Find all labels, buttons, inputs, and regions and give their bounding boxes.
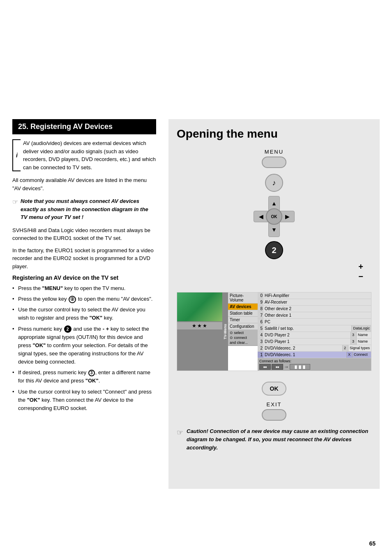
arrow-connector: → [284, 364, 289, 370]
menu-label-text: MENU [265, 149, 284, 155]
left-column: 25. Registering AV Devices i AV (audio/v… [12, 119, 164, 489]
channel-row-8: 8 Other device 2 [258, 306, 371, 312]
top-space [0, 0, 392, 119]
note-block: ☞ Note that you must always connect AV d… [12, 197, 156, 221]
num-2-button[interactable]: 2 [265, 241, 283, 259]
bullet-item-3: Use the cursor control key to select the… [12, 306, 156, 322]
info-marker: i [12, 139, 21, 171]
channel-row-3: 3 DVD Player 1 3 Name [258, 339, 371, 345]
tv-stars: ★★★ [177, 322, 222, 329]
bullet-item-2: Press the yellow key ② to open the menu … [12, 295, 156, 303]
tv-menu-items-list: Picture-Volume AV devices Station table … [228, 292, 258, 371]
tv-menu-item-picture[interactable]: Picture-Volume [228, 292, 258, 304]
caution-note: ☞ Caution! Connection of a new device ma… [177, 427, 371, 452]
tv-preview-image [177, 292, 222, 321]
right-column: Opening the menu MENU ♪ ▲ [164, 119, 380, 489]
tv-menu-screenshot: ★★★ TV-Menu Picture-Volume AV devices St… [177, 292, 371, 371]
channel-row-6: 6 PC [258, 319, 371, 325]
all-devices-text: All commonly available AV devices are li… [12, 176, 156, 192]
music-button[interactable]: ♪ [265, 174, 283, 192]
main-content: 25. Registering AV Devices i AV (audio/v… [0, 119, 392, 489]
tv-menu-status: ⊙ select ⊙ connect and clear... [228, 330, 258, 346]
remote-area: MENU ♪ ▲ ▼ ◀ ▶ OK [177, 149, 371, 286]
menu-button[interactable] [262, 157, 286, 168]
section-title-text: 25. Registering AV Devices [18, 122, 113, 131]
sub-heading: Registering an AV device on the TV set [12, 274, 156, 281]
connector-3: ▐▌▐▌▐▌ [290, 364, 310, 370]
tv-screenshot-image: ★★★ [177, 292, 222, 371]
connect-diagram: ■■ ■■ → ▐▌▐▌▐▌ [259, 364, 369, 370]
bullet-item-6: Use the cursor control key to select "Co… [12, 388, 156, 412]
channel-row-9: 9 AV-Receiver [258, 299, 371, 306]
tv-menu-item-av[interactable]: AV devices [228, 304, 258, 310]
opening-menu-title: Opening the menu [177, 127, 371, 140]
channel-row-4: 4 DVD Player 2 3 Name [258, 332, 371, 339]
minus-sign: − [358, 272, 363, 281]
ok-button[interactable]: OK [262, 382, 286, 396]
ok-button-area: OK [177, 378, 371, 400]
tv-menu-item-timer[interactable]: Timer [228, 317, 258, 323]
note-icon: ☞ [12, 198, 18, 206]
channel-row-7: 7 Other device 1 [258, 312, 371, 319]
tv-menu-sidebar-area: TV-Menu Picture-Volume AV devices Statio… [222, 292, 258, 371]
tv-menu-sidebar-label: TV-Menu [222, 292, 228, 371]
exit-label: EXIT [177, 401, 371, 408]
caution-icon: ☞ [177, 428, 183, 437]
caution-text: Caution! Connection of a new device may … [187, 427, 371, 452]
bullet-item-4: Press numeric key 2 and use the - + key … [12, 325, 156, 366]
connect-label: Connect as follows: [259, 359, 369, 363]
bullet-item-5: If desired, press numeric key 3, enter a… [12, 368, 156, 385]
plus-sign: + [358, 262, 363, 272]
bullet-item-1: Press the "MENU" key to open the TV menu… [12, 284, 156, 292]
channel-row-2: 2 DVD/Videorec. 2 2 Signal types [258, 345, 371, 352]
connector-2: ■■ [272, 364, 283, 370]
channel-list: 0 HiFi-Amplifier 9 AV-Receiver 8 Other d… [258, 292, 371, 371]
page-number: 65 [369, 540, 376, 547]
ok-center-button[interactable]: OK [266, 208, 282, 225]
status-connect: ⊙ connect [230, 336, 256, 340]
bullet-list: Press the "MENU" key to open the TV menu… [12, 284, 156, 412]
tv-menu-item-config[interactable]: Configuration [228, 323, 258, 330]
connector-1: ■■ [259, 364, 271, 370]
info-text: AV (audio/video) devices are external de… [23, 139, 156, 171]
dpad: ▲ ▼ ◀ ▶ OK [254, 196, 295, 237]
tv-menu-item-station[interactable]: Station table [228, 310, 258, 317]
channel-row-5: 5 Satellit / set top. DataLogic [258, 325, 371, 332]
exit-button[interactable] [262, 409, 286, 421]
channel-row-1: 1 DVD/Videorec. 1 X Connect [258, 352, 371, 358]
channel-row-0: 0 HiFi-Amplifier [258, 292, 371, 299]
section-title: 25. Registering AV Devices [12, 119, 156, 134]
status-select: ⊙ select [230, 331, 256, 335]
page-container: 25. Registering AV Devices i AV (audio/v… [0, 0, 392, 555]
connect-follows: Connect as follows: ■■ ■■ → ▐▌▐▌▐▌ [258, 358, 371, 371]
body-text-1: SVHS/Hi8 and Data Logic video recorders … [12, 226, 156, 242]
note-text: Note that you must always connect AV dev… [21, 197, 156, 221]
status-clear: and clear... [230, 341, 256, 345]
body-text-2: In the factory, the EURO1 socket is prog… [12, 246, 156, 271]
right-column-bg: Opening the menu MENU ♪ ▲ [168, 119, 380, 489]
info-block: i AV (audio/video) devices are external … [12, 139, 156, 171]
